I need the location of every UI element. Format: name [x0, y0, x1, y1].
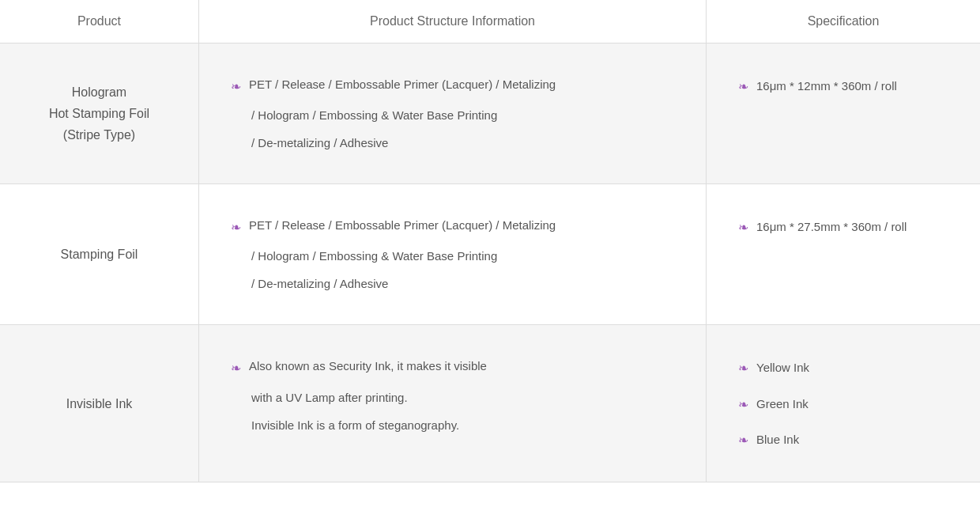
spec-item-text-invisible-ink-0: Yellow Ink: [756, 354, 809, 380]
spec-item-text-invisible-ink-2: Blue Ink: [756, 426, 799, 452]
info-cell-invisible-ink: ❧Also known as Security Ink, it makes it…: [198, 325, 706, 482]
spec-item-invisible-ink-2: ❧Blue Ink: [738, 425, 948, 454]
header-spec: Specification: [706, 0, 980, 43]
spec-cell-invisible-ink: ❧Yellow Ink❧Green Ink❧Blue Ink: [706, 325, 980, 482]
bullet-icon: ❧: [738, 426, 748, 454]
bullet-icon: ❧: [738, 391, 748, 418]
table-body: HologramHot Stamping Foil(Stripe Type)❧P…: [0, 44, 980, 482]
spec-item-text-stamping-0: 16μm * 27.5mm * 360m / roll: [756, 214, 906, 240]
table-header: Product Product Structure Information Sp…: [0, 0, 980, 44]
info-cont2-hologram: / De-metalizing / Adhesive: [231, 130, 674, 156]
info-cont1-invisible-ink: with a UV Lamp after printing.: [231, 384, 674, 410]
bullet-icon: ❧: [231, 214, 241, 241]
spec-item-hologram-0: ❧16μm * 12mm * 360m / roll: [738, 71, 948, 100]
product-table: Product Product Structure Information Sp…: [0, 0, 980, 482]
header-product: Product: [0, 0, 198, 43]
info-main-text-invisible-ink: Also known as Security Ink, it makes it …: [249, 353, 487, 379]
bullet-icon: ❧: [231, 354, 241, 382]
spec-cell-stamping: ❧16μm * 27.5mm * 360m / roll: [706, 184, 980, 324]
table-row-hologram: HologramHot Stamping Foil(Stripe Type)❧P…: [0, 44, 980, 184]
spec-item-text-invisible-ink-1: Green Ink: [756, 391, 808, 417]
info-main-invisible-ink: ❧Also known as Security Ink, it makes it…: [231, 353, 674, 382]
bullet-icon: ❧: [231, 73, 241, 100]
info-cell-hologram: ❧PET / Release / Embossable Primer (Lacq…: [198, 44, 706, 183]
info-cont2-stamping: / De-metalizing / Adhesive: [231, 270, 674, 297]
product-name-invisible-ink: Invisible Ink: [0, 325, 198, 482]
info-cell-stamping: ❧PET / Release / Embossable Primer (Lacq…: [198, 184, 706, 324]
spec-item-text-hologram-0: 16μm * 12mm * 360m / roll: [756, 73, 897, 99]
info-cont1-hologram: / Hologram / Embossing & Water Base Prin…: [231, 102, 674, 128]
header-info: Product Structure Information: [198, 0, 706, 43]
info-main-hologram: ❧PET / Release / Embossable Primer (Lacq…: [231, 71, 674, 100]
bullet-icon: ❧: [738, 214, 748, 241]
table-row-stamping: Stamping Foil❧PET / Release / Embossable…: [0, 184, 980, 325]
spec-list-invisible-ink: ❧Yellow Ink❧Green Ink❧Blue Ink: [738, 353, 948, 454]
table-row-invisible-ink: Invisible Ink❧Also known as Security Ink…: [0, 325, 980, 482]
spec-list-stamping: ❧16μm * 27.5mm * 360m / roll: [738, 212, 948, 241]
spec-item-invisible-ink-1: ❧Green Ink: [738, 389, 948, 418]
bullet-icon: ❧: [738, 354, 748, 382]
info-cont2-invisible-ink: Invisible Ink is a form of steganography…: [231, 412, 674, 438]
info-main-text-hologram: PET / Release / Embossable Primer (Lacqu…: [249, 71, 556, 97]
spec-cell-hologram: ❧16μm * 12mm * 360m / roll: [706, 44, 980, 183]
spec-item-stamping-0: ❧16μm * 27.5mm * 360m / roll: [738, 212, 948, 241]
bullet-icon: ❧: [738, 73, 748, 100]
spec-item-invisible-ink-0: ❧Yellow Ink: [738, 353, 948, 382]
info-main-stamping: ❧PET / Release / Embossable Primer (Lacq…: [231, 212, 674, 241]
spec-list-hologram: ❧16μm * 12mm * 360m / roll: [738, 71, 948, 100]
info-cont1-stamping: / Hologram / Embossing & Water Base Prin…: [231, 243, 674, 269]
product-name-stamping: Stamping Foil: [0, 184, 198, 324]
product-name-hologram: HologramHot Stamping Foil(Stripe Type): [0, 44, 198, 183]
info-main-text-stamping: PET / Release / Embossable Primer (Lacqu…: [249, 212, 556, 238]
